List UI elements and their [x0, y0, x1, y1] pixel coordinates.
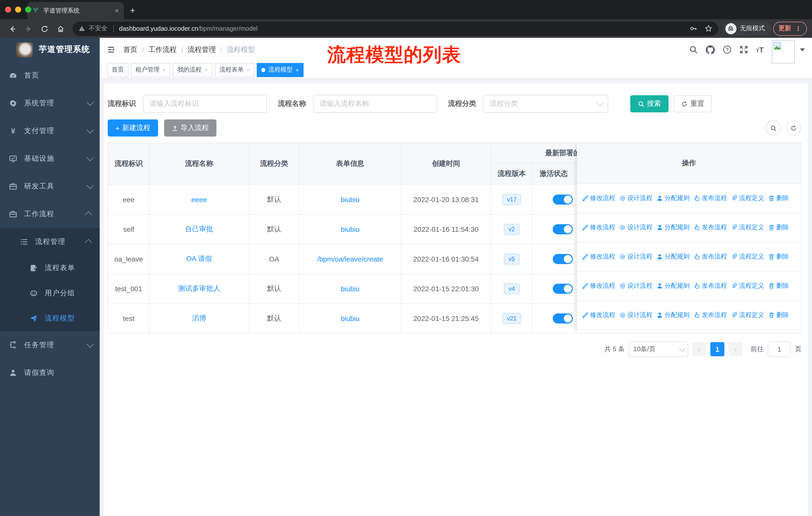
modify-process-link[interactable]: 修改流程: [582, 282, 615, 290]
process-definition-link[interactable]: 流程定义: [731, 223, 764, 232]
active-toggle[interactable]: [553, 194, 573, 205]
process-definition-link[interactable]: 流程定义: [731, 282, 764, 290]
publish-process-link[interactable]: 发布流程: [694, 194, 727, 202]
sidebar-item-home[interactable]: 首页: [0, 61, 100, 89]
delete-link[interactable]: 删除: [768, 223, 789, 232]
breadcrumb-workflow[interactable]: 工作流程: [148, 45, 177, 54]
font-size-icon[interactable]: TT: [756, 45, 764, 54]
refresh-table-button[interactable]: [786, 120, 801, 136]
process-category-select[interactable]: 流程分类: [483, 95, 608, 113]
search-icon[interactable]: [689, 45, 697, 54]
process-name-link[interactable]: OA 请假: [186, 254, 212, 264]
assign-rule-link[interactable]: 分配规则: [657, 311, 690, 320]
avatar-caret-icon[interactable]: [800, 48, 805, 51]
forward-button[interactable]: [21, 24, 35, 33]
process-name-link[interactable]: 滔博: [192, 314, 206, 323]
avatar[interactable]: [772, 40, 795, 63]
assign-rule-link[interactable]: 分配规则: [657, 252, 690, 261]
design-process-link[interactable]: 设计流程: [619, 311, 652, 320]
publish-process-link[interactable]: 发布流程: [694, 223, 727, 232]
active-toggle[interactable]: [553, 254, 573, 264]
tag-my-process[interactable]: 我的流程×: [173, 63, 212, 77]
collapse-sidebar-icon[interactable]: [107, 46, 115, 53]
sidebar-item-process-model[interactable]: 流程模型: [0, 306, 100, 331]
delete-link[interactable]: 删除: [768, 311, 789, 320]
browser-update-button[interactable]: 更新 ⋮: [773, 21, 807, 35]
form-link[interactable]: biubiu: [341, 225, 360, 233]
assign-rule-link[interactable]: 分配规则: [657, 282, 690, 290]
sidebar-item-workflow[interactable]: 工作流程: [0, 200, 100, 228]
process-name-link[interactable]: eeee: [191, 195, 207, 203]
sidebar-item-process-form[interactable]: 流程表单: [0, 255, 100, 281]
active-toggle[interactable]: [553, 284, 573, 294]
prev-page-button[interactable]: ‹: [692, 342, 706, 356]
fullscreen-icon[interactable]: [739, 45, 748, 54]
password-key-icon[interactable]: [689, 25, 697, 32]
publish-process-link[interactable]: 发布流程: [694, 282, 727, 290]
modify-process-link[interactable]: 修改流程: [582, 223, 615, 232]
process-name-input[interactable]: 请输入流程名称: [313, 95, 437, 113]
close-icon[interactable]: ×: [247, 67, 250, 73]
sidebar-item-user-group[interactable]: 用户分组: [0, 281, 100, 306]
tab-close-icon[interactable]: ×: [115, 7, 119, 14]
process-name-link[interactable]: 自己审批: [185, 225, 213, 234]
sidebar-item-infra[interactable]: 基础设施: [0, 145, 100, 172]
sidebar-item-devtools[interactable]: 研发工具: [0, 172, 100, 200]
reload-button[interactable]: [37, 24, 51, 33]
create-process-button[interactable]: +新建流程: [108, 119, 158, 137]
form-link[interactable]: biubiu: [341, 285, 360, 293]
reset-button[interactable]: 重置: [673, 95, 712, 112]
active-toggle[interactable]: [553, 224, 573, 234]
minimize-window-button[interactable]: [15, 6, 21, 12]
tag-tenant[interactable]: 租户管理×: [131, 63, 170, 77]
form-link[interactable]: biubiu: [341, 315, 360, 323]
active-toggle[interactable]: [553, 314, 573, 324]
delete-link[interactable]: 删除: [768, 282, 789, 290]
sidebar-item-leave-query[interactable]: 请假查询: [0, 359, 100, 386]
process-definition-link[interactable]: 流程定义: [731, 311, 764, 320]
modify-process-link[interactable]: 修改流程: [582, 311, 615, 320]
import-process-button[interactable]: 导入流程: [164, 119, 216, 137]
close-window-button[interactable]: [5, 6, 11, 12]
browser-menu-icon[interactable]: ⋮: [795, 25, 802, 32]
publish-process-link[interactable]: 发布流程: [694, 311, 727, 320]
home-button[interactable]: [53, 24, 67, 33]
sidebar-item-payment[interactable]: ¥ 支付管理: [0, 117, 100, 145]
modify-process-link[interactable]: 修改流程: [582, 194, 615, 202]
sidebar-logo[interactable]: 芋道管理系统: [0, 38, 100, 61]
goto-page-input[interactable]: 1: [768, 342, 791, 357]
sidebar-item-task-mgmt[interactable]: 任务管理: [0, 331, 100, 359]
tag-process-model[interactable]: 流程模型×: [257, 63, 303, 77]
new-tab-button[interactable]: +: [130, 5, 135, 16]
close-icon[interactable]: ×: [163, 67, 166, 73]
tag-process-form[interactable]: 流程表单×: [215, 63, 255, 77]
form-link[interactable]: biubiu: [341, 195, 360, 203]
design-process-link[interactable]: 设计流程: [619, 223, 652, 232]
page-size-select[interactable]: 10条/页: [629, 342, 688, 357]
search-button[interactable]: 搜索: [630, 95, 669, 112]
tag-home[interactable]: 首页: [107, 63, 128, 77]
publish-process-link[interactable]: 发布流程: [694, 252, 727, 261]
address-bar[interactable]: 不安全 dashboard.yudao.iocoder.cn/bpm/manag…: [72, 21, 718, 35]
sidebar-item-system[interactable]: 系统管理: [0, 89, 100, 117]
process-id-input[interactable]: 请输入流程标识: [143, 95, 267, 113]
process-name-link[interactable]: 测试多审批人: [178, 284, 220, 293]
github-icon[interactable]: [705, 45, 715, 54]
design-process-link[interactable]: 设计流程: [619, 252, 652, 261]
process-definition-link[interactable]: 流程定义: [731, 194, 764, 202]
design-process-link[interactable]: 设计流程: [619, 194, 652, 202]
form-link[interactable]: /bpm/oa/leave/create: [317, 255, 383, 263]
maximize-window-button[interactable]: [25, 6, 31, 12]
bookmark-star-icon[interactable]: [704, 25, 712, 32]
help-icon[interactable]: [723, 45, 731, 54]
show-search-button[interactable]: [766, 120, 781, 136]
breadcrumb-process-mgmt[interactable]: 流程管理: [188, 45, 216, 54]
browser-tab[interactable]: 芋道管理系统 ×: [27, 2, 124, 19]
design-process-link[interactable]: 设计流程: [619, 282, 652, 290]
close-icon[interactable]: ×: [296, 67, 299, 73]
sidebar-item-process-mgmt[interactable]: 流程管理: [0, 228, 100, 255]
page-1-button[interactable]: 1: [710, 342, 724, 356]
breadcrumb-home[interactable]: 首页: [123, 45, 138, 54]
delete-link[interactable]: 删除: [768, 194, 789, 202]
next-page-button[interactable]: ›: [728, 342, 743, 356]
